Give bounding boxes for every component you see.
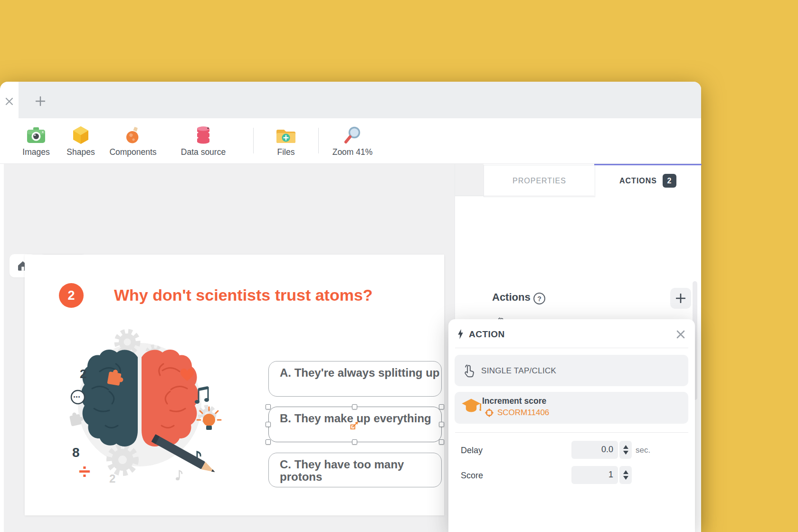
screen: Images Shapes Components (0, 0, 798, 532)
delay-input[interactable]: 0.0 (571, 441, 618, 459)
tool-label: Zoom 41% (326, 147, 379, 157)
flask-icon (123, 125, 143, 146)
lightning-icon (457, 329, 464, 340)
hexagon-icon (70, 125, 91, 146)
plus-icon (676, 294, 685, 303)
actions-section-title: Actions (492, 291, 531, 304)
step-up-icon (623, 445, 628, 449)
folder-plus-icon (275, 125, 297, 146)
action-popup-header: ACTION (457, 329, 505, 340)
actions-count-badge: 2 (663, 174, 676, 188)
toolbar-divider (253, 128, 254, 153)
new-tab-icon[interactable] (35, 96, 46, 106)
tap-click-icon (463, 363, 475, 378)
ellipsis-dots: ... (73, 390, 80, 399)
selection-handle-n[interactable] (352, 404, 357, 409)
selection-handle-e[interactable] (439, 422, 444, 427)
action-popup: ACTION SINGLE TAP/CLICK Increment score (448, 319, 695, 532)
question-number-badge: 2 (59, 283, 84, 308)
action-popup-title: ACTION (469, 329, 505, 340)
tab-strip (19, 82, 701, 118)
delay-unit: sec. (636, 446, 650, 455)
panel-tab-row-filler (455, 164, 484, 196)
help-icon[interactable]: ? (533, 293, 545, 304)
illustration-number: 8 (72, 445, 80, 460)
selection-handle-sw[interactable] (266, 439, 271, 445)
toolbar-divider (318, 128, 319, 153)
step-down-icon (623, 451, 628, 455)
popup-trigger-label: SINGLE TAP/CLICK (481, 366, 556, 376)
tab-actions-label: ACTIONS (619, 177, 657, 185)
tab-properties-label: PROPERTIES (513, 177, 566, 185)
close-tab-icon[interactable] (5, 97, 13, 105)
popup-divider (455, 432, 688, 433)
selection-handle-se[interactable] (439, 439, 444, 445)
graduation-cap-icon (461, 398, 481, 414)
files-tool[interactable]: Files (260, 125, 312, 157)
delay-label: Delay (461, 446, 483, 456)
selection-handle-s[interactable] (352, 439, 357, 445)
tab-bar (0, 82, 701, 118)
popup-action-title: Increment score (482, 396, 546, 406)
popup-header-divider (455, 348, 688, 348)
tool-label: Files (260, 147, 312, 157)
popup-action-row[interactable]: Increment score SCORM11406 (455, 392, 688, 424)
camera-icon (25, 125, 47, 146)
selection-handle-ne[interactable] (439, 404, 444, 409)
tool-label: Shapes (55, 147, 107, 157)
toolbar: Images Shapes Components (0, 118, 701, 164)
components-tool[interactable]: Components (107, 125, 159, 157)
shapes-tool[interactable]: Shapes (55, 125, 107, 157)
score-stepper[interactable] (619, 466, 632, 484)
step-up-icon (623, 470, 628, 474)
music-note-icon (176, 471, 182, 480)
selection-handle-nw[interactable] (266, 404, 271, 409)
tab-row-border (455, 196, 594, 196)
illustration-number: 2 (109, 472, 115, 484)
tool-label: Data source (177, 147, 229, 157)
target-icon (484, 408, 494, 418)
question-title: Why don't scientists trust atoms? (114, 286, 373, 304)
step-down-icon (623, 476, 628, 480)
database-icon (193, 125, 214, 146)
data-source-tool[interactable]: Data source (177, 125, 229, 157)
tool-label: Components (107, 147, 159, 157)
answer-option-a[interactable]: A. They're always splitting up (268, 361, 442, 397)
score-label: Score (461, 471, 483, 481)
tab-actions[interactable]: ACTIONS 2 (594, 164, 702, 196)
magnifier-icon (342, 125, 363, 146)
add-action-button[interactable] (670, 288, 691, 309)
popup-trigger-row[interactable]: SINGLE TAP/CLICK (455, 355, 688, 386)
popup-action-target: SCORM11406 (497, 408, 549, 418)
division-sign: ÷ (79, 460, 90, 483)
brain-illustration[interactable]: 2 2 ... 8 ÷ (56, 328, 222, 484)
score-input[interactable]: 1 (571, 466, 618, 484)
tab-properties[interactable]: PROPERTIES (484, 165, 595, 197)
selection-handle-w[interactable] (266, 422, 271, 427)
answer-option-c[interactable]: C. They have too many protons (268, 453, 442, 487)
delay-stepper[interactable] (619, 441, 632, 459)
drag-move-icon[interactable] (350, 419, 360, 430)
zoom-tool[interactable]: Zoom 41% (326, 125, 379, 157)
close-icon[interactable] (676, 330, 685, 339)
illustration-number: 2 (80, 367, 86, 381)
